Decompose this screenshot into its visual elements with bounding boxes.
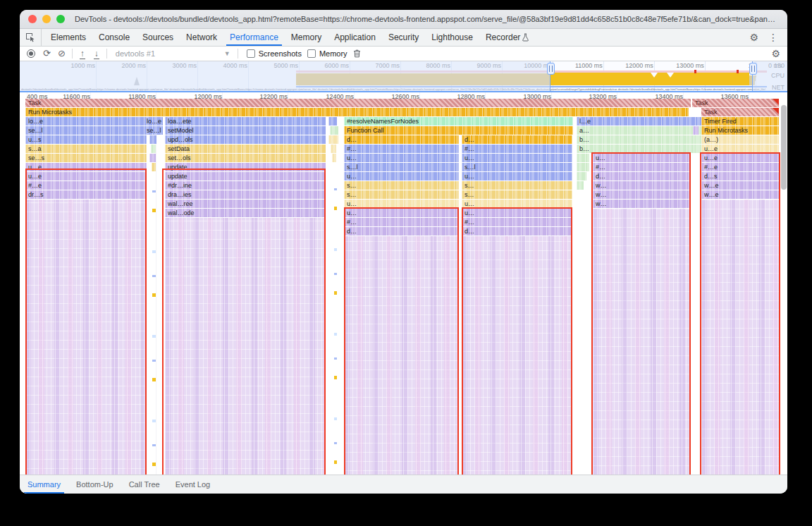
tab-sources[interactable]: Sources	[136, 29, 180, 46]
tab-lighthouse[interactable]: Lighthouse	[425, 29, 479, 46]
inspect-icon	[25, 32, 35, 42]
close-window-button[interactable]	[28, 15, 37, 23]
tab-console[interactable]: Console	[92, 29, 136, 46]
flame-bar[interactable]: se…s	[25, 154, 147, 162]
flame-chart[interactable]: 400 ms11600 ms11800 ms12000 ms12200 ms12…	[20, 92, 787, 475]
flame-bar[interactable]: s…	[344, 181, 459, 190]
tab-security[interactable]: Security	[382, 29, 425, 46]
vertical-scrollbar[interactable]	[781, 105, 787, 190]
flame-bar[interactable]: d…	[462, 135, 572, 144]
memory-checkbox[interactable]	[307, 49, 316, 58]
flame-bar[interactable]	[331, 145, 336, 153]
flame-bar[interactable]: s…	[462, 181, 572, 190]
flame-bar[interactable]: Run Microtasks	[701, 126, 779, 135]
tab-event-log[interactable]: Event Log	[168, 475, 219, 494]
settings-gear-icon[interactable]: ⚙	[744, 29, 763, 46]
flame-bar[interactable]	[152, 163, 156, 171]
flame-bar[interactable]	[330, 126, 338, 135]
capture-settings-gear-icon[interactable]: ⚙	[771, 47, 780, 60]
flame-bar[interactable]: lo…e	[144, 117, 163, 126]
flame-bar[interactable]: u…s	[25, 135, 147, 144]
flame-bar[interactable]	[577, 163, 589, 171]
timeline-overview[interactable]: 1000 ms2000 ms3000 ms4000 ms5000 ms6000 …	[20, 61, 787, 92]
flame-bar[interactable]	[577, 154, 589, 162]
flame-bar[interactable]	[577, 172, 586, 181]
tab-bottom-up[interactable]: Bottom-Up	[68, 475, 121, 494]
history-select[interactable]: devtools #1	[116, 49, 221, 58]
chevron-down-icon[interactable]: ▼	[224, 50, 230, 57]
flame-bar[interactable]	[328, 117, 337, 126]
flame-bar[interactable]: s…a	[25, 145, 147, 153]
tab-summary[interactable]: Summary	[20, 475, 68, 494]
flame-bar[interactable]: l…e	[577, 117, 702, 126]
flame-bar[interactable]: Task	[701, 108, 779, 116]
flame-bar[interactable]	[328, 135, 338, 144]
flame-bar[interactable]: upd…ols	[165, 135, 326, 144]
flame-bar[interactable]: u…	[344, 154, 459, 162]
panel-tab-bar: Elements Console Sources Network Perform…	[20, 29, 787, 47]
flame-bar[interactable]: (a…)	[701, 135, 779, 144]
flame-bar[interactable]	[332, 154, 336, 162]
tab-elements[interactable]: Elements	[44, 29, 92, 46]
flame-bar[interactable]: se…l	[144, 126, 163, 135]
flame-bar[interactable]: #resolveNamesForNodes	[344, 117, 573, 126]
record-button[interactable]	[27, 49, 35, 58]
tab-memory[interactable]: Memory	[285, 29, 328, 46]
flame-bar[interactable]	[151, 145, 156, 153]
clear-button[interactable]: ⊘	[58, 47, 66, 60]
flame-bar[interactable]	[149, 154, 156, 162]
flame-bar[interactable]: loa…ete	[165, 117, 326, 126]
flame-bar[interactable]: se…l	[25, 126, 147, 135]
tab-call-tree[interactable]: Call Tree	[121, 475, 168, 494]
overview-dim-right	[753, 61, 787, 91]
flame-ruler-label: 13600 ms	[720, 93, 749, 100]
tab-performance[interactable]: Performance	[223, 29, 285, 46]
flame-sparse-column	[334, 172, 337, 475]
flame-bar[interactable]	[693, 126, 699, 135]
flame-bar[interactable]: lo…e	[25, 117, 147, 126]
flame-bar[interactable]: #…	[344, 145, 459, 153]
title-bar: DevTools - devtools://devtools/bundled/d…	[20, 10, 787, 29]
reload-and-record-button[interactable]: ⟳	[43, 47, 51, 60]
flame-bar[interactable]: setData	[165, 145, 326, 153]
tab-network[interactable]: Network	[180, 29, 223, 46]
flame-bar[interactable]: s…l	[462, 163, 572, 171]
flame-bar[interactable]: Function Call	[344, 126, 573, 135]
flame-bar[interactable]: u…	[344, 172, 459, 181]
flame-bar[interactable]: Run Microtasks	[25, 108, 689, 116]
flame-bar[interactable]: a…	[577, 126, 702, 135]
divider	[238, 49, 238, 59]
save-profile-button[interactable]: ↓	[93, 47, 100, 60]
flame-bar[interactable]: u…	[462, 172, 572, 181]
flame-bar[interactable]	[694, 145, 698, 153]
flame-bar[interactable]: s…	[462, 190, 572, 199]
minimize-window-button[interactable]	[42, 15, 51, 23]
maximize-window-button[interactable]	[56, 15, 65, 23]
flame-bar[interactable]: set…ols	[165, 154, 326, 162]
selection-handle-left[interactable]	[547, 63, 555, 75]
flame-ruler-label: 11800 ms	[128, 93, 156, 100]
flame-bar[interactable]: s…l	[344, 163, 459, 171]
flame-ruler-label: 12200 ms	[259, 93, 288, 100]
flame-bar[interactable]: u…	[462, 154, 572, 162]
trash-icon[interactable]	[353, 49, 361, 58]
flame-bar[interactable]	[149, 135, 156, 144]
flame-bar[interactable]: d…	[344, 135, 459, 144]
flame-bar[interactable]: b…	[577, 135, 702, 144]
flame-bar[interactable]: setModel	[165, 126, 326, 135]
flame-bar[interactable]: s…	[344, 190, 459, 199]
long-task-outline	[25, 169, 147, 475]
inspect-element-button[interactable]	[20, 29, 42, 46]
tab-application[interactable]: Application	[328, 29, 382, 46]
flame-bar[interactable]: Timer Fired	[701, 117, 779, 126]
flame-bar[interactable]	[694, 135, 698, 144]
load-profile-button[interactable]: ↑	[79, 47, 86, 60]
long-task-marker	[737, 70, 739, 73]
tab-recorder[interactable]: Recorder	[479, 29, 536, 46]
flame-bar[interactable]	[577, 181, 584, 190]
selection-handle-right[interactable]	[749, 63, 757, 75]
flame-bar[interactable]: #…	[462, 145, 572, 153]
kebab-menu-icon[interactable]: ⋮	[763, 29, 783, 46]
screenshots-checkbox[interactable]	[247, 49, 255, 58]
details-tab-bar: Summary Bottom-Up Call Tree Event Log	[20, 475, 787, 494]
